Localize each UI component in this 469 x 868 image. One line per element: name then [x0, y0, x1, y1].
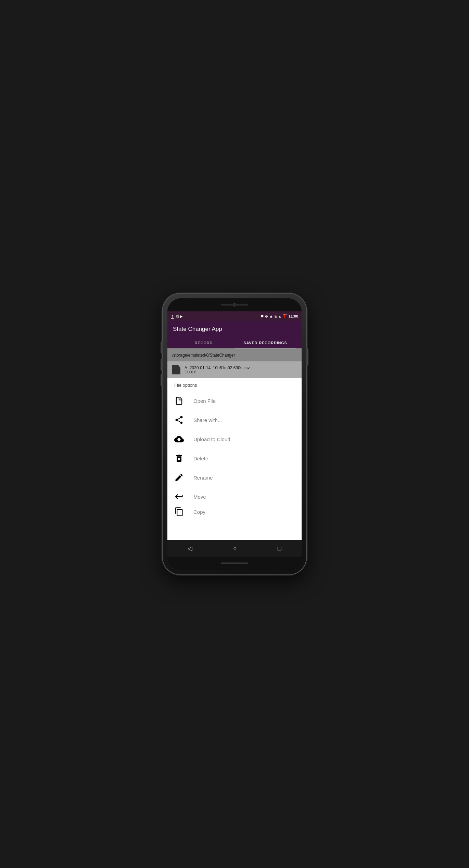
file-item-name: A_2020-01-14_10h51m02.630s.csv	[185, 365, 250, 370]
nav-recent-button[interactable]: □	[278, 545, 281, 552]
bottom-bezel	[167, 557, 302, 570]
file-icon	[174, 396, 184, 406]
nav-home-button[interactable]: ○	[233, 545, 237, 552]
menu-label-share: Share with...	[193, 417, 222, 423]
file-item[interactable]: A_2020-01-14_10h51m02.630s.csv 57.00 B	[167, 361, 302, 378]
menu-item-move[interactable]: Move	[167, 487, 302, 506]
menu-label-open-file: Open File	[193, 398, 216, 404]
tab-bar: RECORD SAVED RECORDINGS	[173, 337, 296, 348]
wifi-icon: ▲	[269, 314, 273, 319]
app-header: State Changer App RECORD SAVED RECORDING…	[167, 321, 302, 348]
menu-item-copy[interactable]: Copy	[167, 506, 302, 517]
notification-icon-play: ▶	[180, 314, 183, 318]
menu-item-open-file[interactable]: Open File	[167, 391, 302, 410]
file-path-text: /storage/emulated/0/StateChanger	[172, 353, 235, 358]
home-indicator	[221, 562, 248, 564]
main-content: /storage/emulated/0/StateChanger A_2020-…	[167, 348, 302, 540]
menu-item-rename[interactable]: Rename	[167, 468, 302, 487]
battery-icon: ▌	[283, 314, 287, 318]
tab-saved-recordings[interactable]: SAVED RECORDINGS	[234, 337, 296, 348]
do-not-disturb-icon: ⊖	[265, 314, 268, 318]
bluetooth-icon: ✖	[261, 314, 264, 319]
menu-label-copy: Copy	[193, 509, 205, 515]
status-left-icons: ! 🖼 ▶	[171, 314, 183, 319]
file-item-icon	[172, 365, 180, 374]
speaker	[221, 304, 248, 306]
network-type-icon: E	[275, 314, 277, 318]
file-item-details: A_2020-01-14_10h51m02.630s.csv 57.00 B	[185, 365, 250, 374]
phone-screen: ! 🖼 ▶ ✖ ⊖ ▲ E ▲ ▌ 11:00 State Changer Ap…	[167, 298, 302, 570]
phone-device: ! 🖼 ▶ ✖ ⊖ ▲ E ▲ ▌ 11:00 State Changer Ap…	[163, 294, 306, 574]
file-path-bar: /storage/emulated/0/StateChanger	[167, 348, 302, 361]
share-icon	[174, 415, 184, 425]
bottom-sheet: File options Open File	[167, 378, 302, 540]
app-title: State Changer App	[173, 326, 296, 333]
menu-label-delete: Delete	[193, 456, 208, 461]
nav-back-button[interactable]: ◁	[188, 545, 192, 552]
menu-item-delete[interactable]: Delete	[167, 449, 302, 468]
tab-record[interactable]: RECORD	[173, 337, 234, 348]
file-item-size: 57.00 B	[185, 370, 250, 374]
menu-label-rename: Rename	[193, 475, 213, 481]
menu-label-move: Move	[193, 494, 206, 500]
signal-icon: ▲	[278, 314, 282, 318]
delete-icon	[174, 454, 184, 463]
status-bar: ! 🖼 ▶ ✖ ⊖ ▲ E ▲ ▌ 11:00	[167, 311, 302, 321]
clock: 11:00	[289, 314, 298, 318]
cloud-upload-icon	[174, 434, 184, 444]
top-bezel	[167, 298, 302, 311]
notification-icon-image: 🖼	[176, 314, 179, 318]
status-right-icons: ✖ ⊖ ▲ E ▲ ▌ 11:00	[261, 314, 298, 319]
menu-item-upload-cloud[interactable]: Upload to Cloud	[167, 430, 302, 449]
copy-icon	[174, 507, 184, 517]
rename-icon	[174, 473, 184, 482]
move-icon	[174, 492, 184, 501]
bottom-nav: ◁ ○ □	[167, 540, 302, 557]
menu-label-upload-cloud: Upload to Cloud	[193, 436, 230, 442]
notification-icon-exclamation: !	[171, 314, 174, 319]
menu-item-share[interactable]: Share with...	[167, 410, 302, 430]
sheet-title: File options	[167, 378, 302, 391]
